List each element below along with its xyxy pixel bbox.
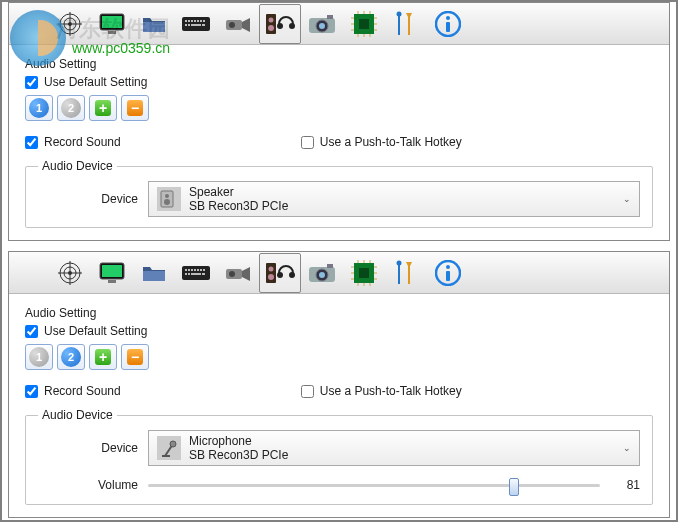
remove-slot-button[interactable]: − — [121, 95, 149, 121]
add-slot-button[interactable]: + — [89, 344, 117, 370]
tab-target[interactable] — [49, 253, 91, 293]
chip-icon — [349, 260, 379, 286]
slot-1-badge: 1 — [29, 98, 49, 118]
device-name: Microphone — [189, 434, 288, 448]
svg-rect-17 — [188, 24, 190, 26]
svg-rect-73 — [202, 273, 205, 275]
volume-value: 81 — [610, 478, 640, 492]
svg-point-79 — [277, 272, 283, 278]
svg-rect-68 — [200, 269, 202, 271]
ptt-checkbox[interactable] — [301, 136, 314, 149]
chevron-down-icon: ⌄ — [623, 443, 631, 453]
slot-2-badge: 2 — [61, 98, 81, 118]
audio-device-legend: Audio Device — [38, 408, 117, 422]
chip-icon — [349, 11, 379, 37]
record-row: Record Sound Use a Push-to-Talk Hotkey — [25, 131, 653, 153]
record-sound-checkbox[interactable] — [25, 136, 38, 149]
tab-monitor[interactable] — [91, 4, 133, 44]
svg-rect-11 — [191, 20, 193, 22]
svg-rect-66 — [194, 269, 196, 271]
tab-tools[interactable] — [385, 4, 427, 44]
tab-chip[interactable] — [343, 4, 385, 44]
svg-point-83 — [319, 272, 325, 278]
ptt-row[interactable]: Use a Push-to-Talk Hotkey — [301, 384, 462, 398]
ptt-checkbox[interactable] — [301, 385, 314, 398]
svg-rect-61 — [108, 280, 116, 283]
device-combobox[interactable]: Speaker SB Recon3D PCIe ⌄ — [148, 181, 640, 217]
tab-keyboard[interactable] — [175, 4, 217, 44]
svg-rect-69 — [203, 269, 205, 271]
record-sound-checkbox[interactable] — [25, 385, 38, 398]
svg-rect-70 — [185, 273, 187, 275]
ptt-label: Use a Push-to-Talk Hotkey — [320, 384, 462, 398]
volume-label: Volume — [38, 478, 138, 492]
tab-target[interactable] — [49, 4, 91, 44]
tab-keyboard[interactable] — [175, 253, 217, 293]
svg-point-75 — [229, 271, 235, 277]
svg-point-100 — [397, 260, 402, 265]
svg-rect-14 — [200, 20, 202, 22]
tab-camcorder[interactable] — [217, 253, 259, 293]
record-row: Record Sound Use a Push-to-Talk Hotkey — [25, 380, 653, 402]
audio-device-legend: Audio Device — [38, 159, 117, 173]
slot-2-button[interactable]: 2 — [57, 344, 85, 370]
toolbar-1 — [9, 3, 669, 45]
svg-rect-13 — [197, 20, 199, 22]
svg-point-77 — [269, 266, 274, 271]
record-sound-row[interactable]: Record Sound — [25, 135, 121, 149]
tab-audio[interactable] — [259, 253, 301, 293]
slot-1-button[interactable]: 1 — [25, 344, 53, 370]
section-title: Audio Setting — [25, 306, 653, 320]
svg-point-80 — [289, 272, 295, 278]
device-label: Device — [38, 441, 138, 455]
tab-monitor[interactable] — [91, 253, 133, 293]
use-default-checkbox[interactable] — [25, 325, 38, 338]
svg-point-29 — [319, 23, 325, 29]
svg-rect-6 — [102, 16, 122, 28]
monitor-icon — [97, 260, 127, 286]
keyboard-icon — [181, 11, 211, 37]
device-name: Speaker — [189, 185, 288, 199]
tab-audio[interactable] — [259, 4, 301, 44]
slider-thumb[interactable] — [509, 478, 519, 496]
svg-rect-32 — [359, 19, 369, 29]
target-icon — [55, 260, 85, 286]
tab-folder[interactable] — [133, 4, 175, 44]
audio-device-group: Audio Device Device Speaker SB Recon3D P… — [25, 159, 653, 228]
tab-camera[interactable] — [301, 253, 343, 293]
record-sound-label: Record Sound — [44, 135, 121, 149]
svg-rect-7 — [108, 31, 116, 34]
tab-info[interactable] — [427, 253, 469, 293]
tab-camera[interactable] — [301, 4, 343, 44]
toolbar-2 — [9, 252, 669, 294]
volume-slider[interactable] — [148, 476, 600, 494]
speaker-headphone-icon — [265, 260, 295, 286]
use-default-row[interactable]: Use Default Setting — [25, 324, 653, 338]
slot-2-button[interactable]: 2 — [57, 95, 85, 121]
use-default-row[interactable]: Use Default Setting — [25, 75, 653, 89]
svg-rect-9 — [185, 20, 187, 22]
slot-row: 1 2 + − — [25, 95, 653, 121]
svg-rect-65 — [191, 269, 193, 271]
record-sound-row[interactable]: Record Sound — [25, 384, 121, 398]
use-default-checkbox[interactable] — [25, 76, 38, 89]
ptt-row[interactable]: Use a Push-to-Talk Hotkey — [301, 135, 462, 149]
camcorder-icon — [223, 11, 253, 37]
minus-icon: − — [127, 100, 143, 116]
tab-chip[interactable] — [343, 253, 385, 293]
svg-point-49 — [446, 16, 450, 20]
device-combobox[interactable]: Microphone SB Recon3D PCIe ⌄ — [148, 430, 640, 466]
svg-point-26 — [289, 23, 295, 29]
tab-tools[interactable] — [385, 253, 427, 293]
add-slot-button[interactable]: + — [89, 95, 117, 121]
remove-slot-button[interactable]: − — [121, 344, 149, 370]
tab-camcorder[interactable] — [217, 4, 259, 44]
tab-folder[interactable] — [133, 253, 175, 293]
use-default-label: Use Default Setting — [44, 324, 147, 338]
tab-info[interactable] — [427, 4, 469, 44]
camera-icon — [307, 11, 337, 37]
svg-rect-15 — [203, 20, 205, 22]
svg-point-78 — [268, 274, 274, 280]
minus-icon: − — [127, 349, 143, 365]
slot-1-button[interactable]: 1 — [25, 95, 53, 121]
